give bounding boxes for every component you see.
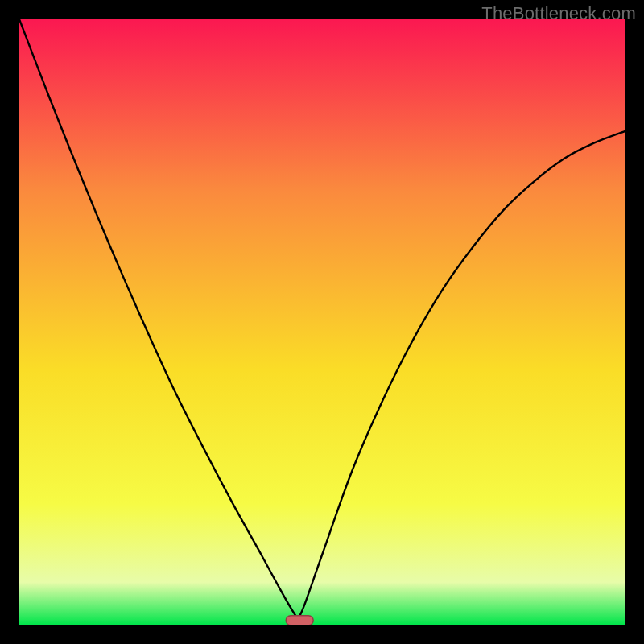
- chart-container: { "watermark": "TheBottleneck.com", "col…: [0, 0, 644, 644]
- optimal-marker: [286, 616, 313, 625]
- plot-area: [19, 19, 625, 625]
- watermark-text: TheBottleneck.com: [481, 3, 636, 24]
- gradient-background: [19, 19, 625, 625]
